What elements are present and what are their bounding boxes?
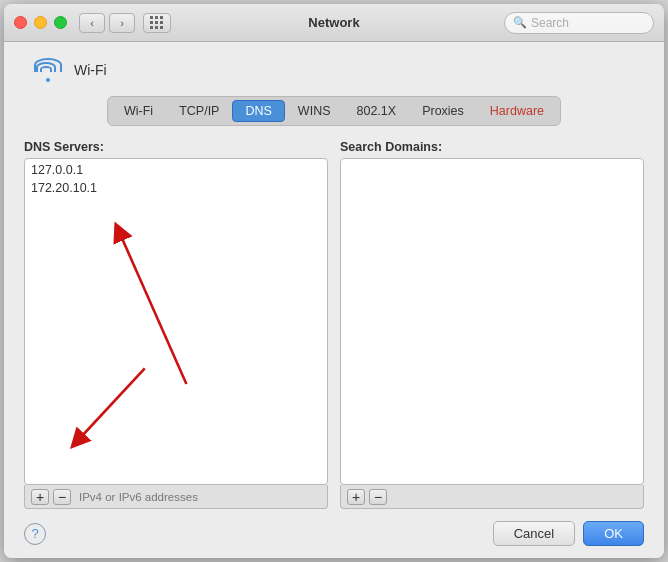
list-item: 172.20.10.1: [25, 179, 327, 197]
search-placeholder: Search: [531, 16, 569, 30]
forward-button[interactable]: ›: [109, 13, 135, 33]
help-button[interactable]: ?: [24, 523, 46, 545]
tab-bar: Wi-Fi TCP/IP DNS WINS 802.1X Proxies Har…: [107, 96, 561, 126]
window: ‹ › Network 🔍 Search Wi-Fi: [4, 4, 664, 558]
tab-dns[interactable]: DNS: [232, 100, 284, 122]
action-buttons: Cancel OK: [493, 521, 644, 546]
dns-servers-list[interactable]: 127.0.0.1 172.20.10.1: [24, 158, 328, 485]
wifi-icon: [32, 58, 64, 82]
window-title: Network: [308, 15, 359, 30]
wifi-label: Wi-Fi: [74, 62, 107, 78]
dns-servers-label: DNS Servers:: [24, 140, 328, 154]
close-button[interactable]: [14, 16, 27, 29]
svg-line-3: [77, 368, 145, 441]
dns-servers-controls: + − IPv4 or IPv6 addresses: [24, 485, 328, 509]
add-dns-button[interactable]: +: [31, 489, 49, 505]
nav-buttons: ‹ ›: [79, 13, 135, 33]
maximize-button[interactable]: [54, 16, 67, 29]
list-item: 127.0.0.1: [25, 161, 327, 179]
wifi-header: Wi-Fi: [32, 58, 644, 82]
search-domains-section: Search Domains: + −: [340, 140, 644, 509]
add-domain-button[interactable]: +: [347, 489, 365, 505]
search-box[interactable]: 🔍 Search: [504, 12, 654, 34]
arrow-overlay: [25, 159, 327, 484]
remove-domain-button[interactable]: −: [369, 489, 387, 505]
minimize-button[interactable]: [34, 16, 47, 29]
panel-area: DNS Servers: 127.0.0.1 172.20.10.1: [24, 140, 644, 509]
grid-icon: [150, 16, 164, 30]
tab-proxies[interactable]: Proxies: [409, 100, 477, 122]
search-domains-label: Search Domains:: [340, 140, 644, 154]
content: Wi-Fi Wi-Fi TCP/IP DNS WINS 802.1X Proxi…: [4, 42, 664, 558]
dns-hint: IPv4 or IPv6 addresses: [79, 491, 198, 503]
tab-wifi[interactable]: Wi-Fi: [111, 100, 166, 122]
tab-hardware[interactable]: Hardware: [477, 100, 557, 122]
cancel-button[interactable]: Cancel: [493, 521, 575, 546]
search-icon: 🔍: [513, 16, 527, 29]
tab-wins[interactable]: WINS: [285, 100, 344, 122]
bottom-bar: ? Cancel OK: [24, 509, 644, 558]
search-domains-list[interactable]: [340, 158, 644, 485]
titlebar: ‹ › Network 🔍 Search: [4, 4, 664, 42]
search-domains-controls: + −: [340, 485, 644, 509]
back-button[interactable]: ‹: [79, 13, 105, 33]
tab-8021x[interactable]: 802.1X: [344, 100, 410, 122]
remove-dns-button[interactable]: −: [53, 489, 71, 505]
traffic-lights: [14, 16, 67, 29]
ok-button[interactable]: OK: [583, 521, 644, 546]
tab-tcpip[interactable]: TCP/IP: [166, 100, 232, 122]
svg-line-2: [119, 231, 187, 384]
dns-servers-section: DNS Servers: 127.0.0.1 172.20.10.1: [24, 140, 328, 509]
grid-button[interactable]: [143, 13, 171, 33]
